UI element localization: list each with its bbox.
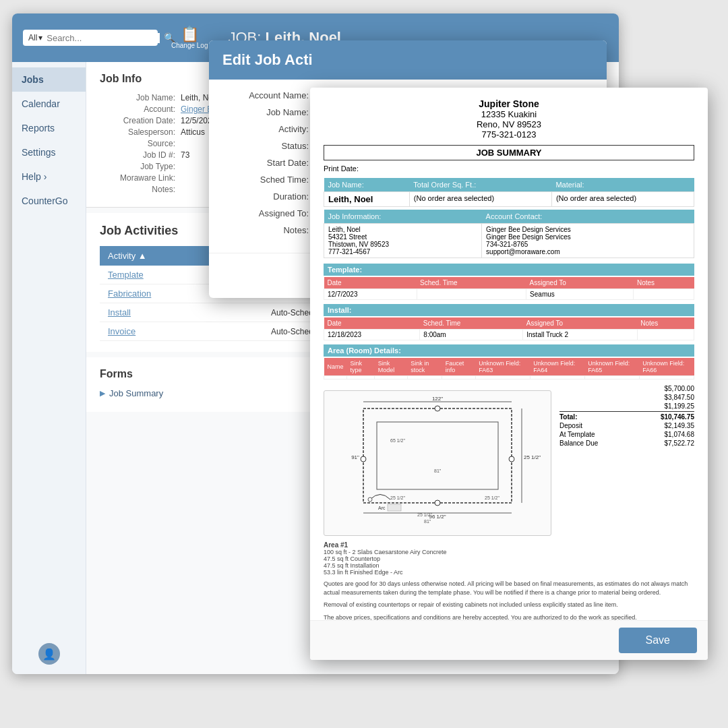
ah-sink-stock: Sink in stock xyxy=(407,358,442,376)
job-name-label: Job Name: xyxy=(100,93,181,102)
rh-job-info: Job Information: xyxy=(324,210,482,224)
report-job-name-value: Leith, Noel xyxy=(324,192,410,207)
area1-label: Area #1 xyxy=(324,541,551,549)
install-assigned: Install Truck 2 xyxy=(523,330,637,340)
at-template-label: At Template xyxy=(559,431,595,438)
report-material-value: (No order area selected) xyxy=(551,192,694,207)
svg-point-9 xyxy=(435,406,440,411)
edit-start-date-label: Start Date: xyxy=(222,158,317,168)
activity-name[interactable]: Install xyxy=(100,303,263,322)
price-row-3: $1,199.25 xyxy=(559,402,694,410)
changelog-button[interactable]: 📋 Change Log xyxy=(171,27,208,49)
sidebar-item-reports[interactable]: Reports xyxy=(12,116,86,140)
report-header: Jupiter Stone 12335 Kuakini Reno, NV 895… xyxy=(324,98,694,140)
job-type-label: Job Type: xyxy=(100,162,181,171)
i-assigned: Assigned To xyxy=(523,317,637,330)
sidebar-avatar[interactable]: 👤 xyxy=(12,634,86,674)
edit-status-label: Status: xyxy=(222,141,317,151)
area-table: Name Sink type Sink Model Sink in stock … xyxy=(324,358,694,380)
i-sched: Sched. Time xyxy=(420,317,523,330)
t-sched: Sched. Time xyxy=(417,277,526,289)
svg-text:25 1/2": 25 1/2" xyxy=(524,454,541,460)
report-total-sq-value: (No order area selected) xyxy=(409,192,551,207)
sidebar-item-countergo[interactable]: CounterGo xyxy=(12,189,86,213)
template-table: Date Sched. Time Assigned To Notes 12/7/… xyxy=(324,277,694,300)
edit-duration-label: Duration: xyxy=(222,191,317,202)
rh-job-name: Job Name: xyxy=(324,178,410,192)
deposit-row: Deposit $2,149.35 xyxy=(559,422,694,429)
svg-text:25 1/2": 25 1/2" xyxy=(485,495,499,500)
deposit-value: $2,149.35 xyxy=(665,422,695,429)
activity-name[interactable]: Invoice xyxy=(100,322,263,341)
svg-text:122": 122" xyxy=(432,396,443,402)
at-template-value: $1,074.68 xyxy=(665,431,695,438)
changelog-icon: 📋 xyxy=(181,27,199,42)
disclaimer-1: Quotes are good for 30 days unless other… xyxy=(324,580,694,597)
svg-text:91": 91" xyxy=(351,454,359,460)
ah-sink-type: Sink type xyxy=(347,358,375,376)
install-sched: 8:00am xyxy=(420,330,523,340)
print-date-label: Print Date: xyxy=(324,164,359,173)
report-info-table: Job Information: Account Contact: Leith,… xyxy=(324,210,694,258)
edit-job-name-label: Job Name: xyxy=(222,107,317,117)
i-date: Date xyxy=(324,317,420,330)
svg-text:25 1/2": 25 1/2" xyxy=(390,495,405,500)
t-date: Date xyxy=(324,277,417,289)
price-2: $3,847.50 xyxy=(665,394,695,401)
price-1: $5,700.00 xyxy=(665,385,695,392)
svg-text:81": 81" xyxy=(434,468,442,473)
ah-fa66: Unknown Field: FA66 xyxy=(639,358,694,376)
report-overlay: Jupiter Stone 12335 Kuakini Reno, NV 895… xyxy=(310,88,708,660)
sidebar-item-help[interactable]: Help › xyxy=(12,164,86,189)
svg-point-19 xyxy=(368,497,372,502)
sidebar-item-jobs[interactable]: Jobs xyxy=(12,67,86,92)
report-job-info-cell: Leith, Noel 54321 Street Thistown, NV 89… xyxy=(324,224,482,258)
ah-faucet: Faucet info xyxy=(442,358,475,376)
report-main-table: Job Name: Total Order Sq. Ft.: Material:… xyxy=(324,178,694,207)
report-save-button[interactable]: Save xyxy=(619,628,697,653)
search-input[interactable] xyxy=(47,33,160,43)
search-all-label: All xyxy=(28,33,37,42)
moraware-link-label: Moraware Link: xyxy=(100,173,181,183)
svg-rect-0 xyxy=(363,408,512,503)
job-id-label: Job ID #: xyxy=(100,150,181,160)
template-section-header: Template: xyxy=(324,264,694,276)
area1-line1: 100 sq ft - 2 Slabs Caesarstone Airy Con… xyxy=(324,549,551,555)
edit-activity-label: Activity: xyxy=(222,124,317,134)
balance-due-label: Balance Due xyxy=(559,439,598,447)
edit-sched-time-label: Sched Time: xyxy=(222,175,317,185)
report-content: Jupiter Stone 12335 Kuakini Reno, NV 895… xyxy=(310,88,708,620)
rh-total-sq: Total Order Sq. Ft.: xyxy=(409,178,551,192)
price-row-2: $3,847.50 xyxy=(559,394,694,401)
notes-label: Notes: xyxy=(100,185,181,194)
edit-assigned-to-label: Assigned To: xyxy=(222,208,317,218)
area1-line3: 47.5 sq ft Installation xyxy=(324,562,551,569)
template-assigned: Seamus xyxy=(526,289,634,300)
sidebar-item-calendar[interactable]: Calendar xyxy=(12,92,86,116)
install-notes xyxy=(637,330,694,340)
total-row: Total: $10,746.75 xyxy=(559,411,694,421)
t-assigned: Assigned To xyxy=(526,277,634,289)
price-3: $1,199.25 xyxy=(665,402,695,410)
search-area[interactable]: All ▾ 🔍 xyxy=(23,30,158,46)
sidebar-item-settings[interactable]: Settings xyxy=(12,140,86,164)
svg-point-10 xyxy=(435,500,440,506)
svg-text:65 1/2": 65 1/2" xyxy=(390,438,405,443)
avatar: 👤 xyxy=(38,643,60,665)
balance-due-row: Balance Due $7,522.72 xyxy=(559,439,694,447)
disclaimer-2: Removal of existing countertops or repai… xyxy=(324,601,694,609)
report-company: Jupiter Stone xyxy=(324,98,694,109)
source-label: Source: xyxy=(100,139,181,148)
print-date: Print Date: xyxy=(324,164,694,173)
area-name xyxy=(324,376,347,380)
ah-fa64: Unknown Field: FA64 xyxy=(530,358,584,376)
edit-account-name-label: Account Name: xyxy=(222,90,317,100)
area1-line4: 53.3 lin ft Finished Edge - Arc xyxy=(324,569,551,576)
at-template-row: At Template $1,074.68 xyxy=(559,431,694,438)
i-notes: Notes xyxy=(637,317,694,330)
salesperson-value: Atticus xyxy=(181,127,205,137)
svg-rect-1 xyxy=(377,422,498,489)
form-item-label: Job Summary xyxy=(109,388,163,398)
report-title: JOB SUMMARY xyxy=(324,145,694,160)
search-dropdown[interactable]: All ▾ xyxy=(28,33,42,42)
